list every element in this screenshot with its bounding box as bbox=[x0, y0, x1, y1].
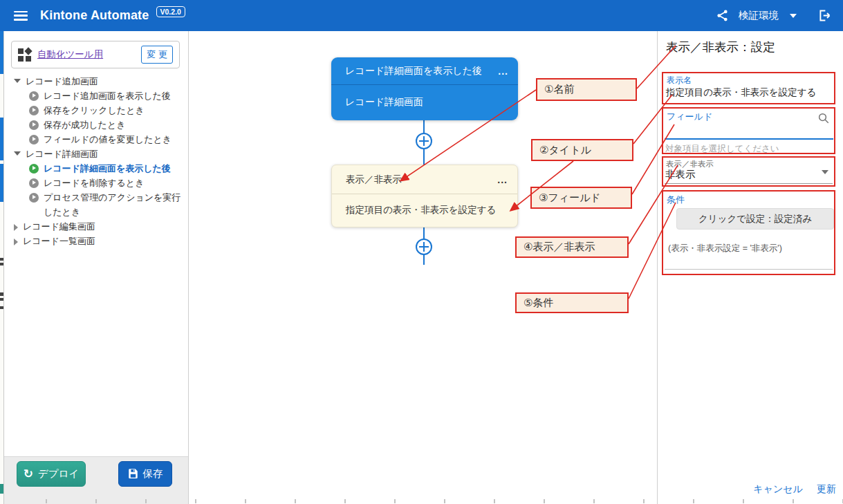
chevron-down-icon[interactable] bbox=[790, 14, 797, 18]
ruler-tick bbox=[693, 499, 694, 503]
ruler-tick bbox=[394, 499, 396, 503]
tree-group-label: レコード詳細画面 bbox=[26, 147, 98, 161]
chevron-down-icon[interactable] bbox=[822, 170, 828, 174]
field-search-input[interactable] bbox=[665, 122, 833, 140]
environment-selector[interactable]: 検証環境 bbox=[739, 9, 779, 22]
display-name-value[interactable]: 指定項目の表示・非表示を設定する bbox=[666, 86, 816, 99]
tree-item-selected[interactable]: レコード詳細画面を表示した後 bbox=[4, 161, 188, 176]
save-button[interactable]: 保存 bbox=[118, 461, 172, 487]
logout-icon[interactable] bbox=[817, 8, 832, 23]
play-icon bbox=[29, 120, 39, 130]
ruler-tick bbox=[793, 499, 794, 503]
tree-item-label: フィールドの値を変更したとき bbox=[44, 132, 172, 147]
play-icon bbox=[29, 135, 39, 144]
annotation-condition: ⑤条件 bbox=[515, 292, 629, 313]
sidebar-footer: ↻ デプロイ 保存 bbox=[4, 456, 188, 504]
field-label: フィールド bbox=[667, 111, 712, 123]
annotation-visibility: ④表示／非表示 bbox=[515, 236, 629, 258]
trigger-node-title: レコード詳細画面を表示した後 bbox=[345, 65, 482, 77]
display-name-label: 表示名 bbox=[667, 75, 692, 86]
settings-panel: 表示／非表示：設定 表示名 指定項目の表示・非表示を設定する フィールド 対象項… bbox=[657, 31, 843, 504]
condition-setting-button[interactable]: クリックで設定：設定済み bbox=[676, 208, 834, 230]
ruler-tick bbox=[245, 499, 246, 503]
play-icon bbox=[29, 106, 39, 115]
annotation-title: ②タイトル bbox=[531, 139, 633, 161]
ruler-tick bbox=[643, 499, 645, 503]
tree-item[interactable]: フィールドの値を変更したとき bbox=[4, 132, 188, 147]
tree-item-label: レコード追加画面を表示した後 bbox=[44, 88, 171, 103]
visibility-select[interactable]: 表示／非表示 非表示 bbox=[662, 156, 835, 187]
action-node-title: 表示／非表示 bbox=[346, 174, 402, 186]
hamburger-menu-icon[interactable] bbox=[14, 11, 28, 21]
tree-item[interactable]: レコードを削除するとき bbox=[4, 176, 188, 190]
field-helper-text: 対象項目を選択してください bbox=[665, 143, 779, 155]
ruler-tick bbox=[195, 499, 196, 503]
caret-down-icon bbox=[14, 79, 21, 83]
action-node[interactable]: 表示／非表示 ... 指定項目の表示・非表示を設定する bbox=[331, 165, 518, 227]
tree-item[interactable]: レコード追加画面を表示した後 bbox=[4, 88, 188, 103]
display-name-field: 表示名 指定項目の表示・非表示を設定する bbox=[662, 72, 835, 104]
minimap-strip bbox=[0, 31, 4, 504]
condition-field: 条件 クリックで設定：設定済み (表示・非表示設定 = '非表示') bbox=[662, 190, 835, 275]
play-icon bbox=[29, 193, 39, 203]
app-icon bbox=[18, 48, 31, 62]
change-app-button[interactable]: 変 更 bbox=[141, 46, 173, 64]
select-underline bbox=[665, 183, 833, 184]
annotation-name: ①名前 bbox=[536, 78, 637, 101]
tree-group[interactable]: レコード追加画面 bbox=[4, 74, 188, 88]
panel-actions: キャンセル 更新 bbox=[753, 483, 836, 496]
ruler-tick bbox=[344, 499, 346, 503]
play-icon bbox=[29, 164, 39, 174]
app-link[interactable]: 自動化ツール用 bbox=[37, 48, 103, 61]
ruler-tick bbox=[444, 499, 445, 503]
add-step-button[interactable] bbox=[416, 133, 432, 149]
trigger-node-subtitle: レコード詳細画面 bbox=[345, 96, 423, 109]
field-selector: フィールド 対象項目を選択してください bbox=[662, 107, 835, 154]
tree-item[interactable]: 保存をクリックしたとき bbox=[4, 103, 188, 118]
tree-group[interactable]: レコード編集画面 bbox=[4, 219, 188, 234]
tree-item[interactable]: プロセス管理のアクションを実行したとき bbox=[4, 190, 188, 219]
ruler-tick bbox=[145, 499, 147, 503]
tree-item-label: レコード詳細画面を表示した後 bbox=[44, 161, 171, 176]
tree-item-label: 保存をクリックしたとき bbox=[44, 103, 145, 118]
tree-group-label: レコード編集画面 bbox=[23, 219, 95, 234]
ruler-tick bbox=[494, 499, 495, 503]
play-icon bbox=[29, 91, 39, 101]
deploy-button[interactable]: ↻ デプロイ bbox=[17, 461, 86, 487]
annotation-field: ③フィールド bbox=[530, 187, 632, 209]
caret-right-icon bbox=[14, 239, 18, 245]
app-title: Kintone Automate bbox=[40, 8, 149, 23]
caret-right-icon bbox=[14, 224, 18, 231]
trigger-node[interactable]: レコード詳細画面を表示した後 ... レコード詳細画面 bbox=[331, 57, 518, 120]
update-button[interactable]: 更新 bbox=[817, 483, 836, 496]
tree-group[interactable]: レコード詳細画面 bbox=[4, 147, 188, 161]
app-window: Kintone Automate V0.2.0 検証環境 bbox=[0, 0, 843, 504]
ruler-tick bbox=[544, 499, 545, 503]
add-step-button[interactable] bbox=[416, 239, 432, 255]
condition-label: 条件 bbox=[667, 194, 685, 206]
app-selector-box: 自動化ツール用 変 更 bbox=[11, 41, 180, 68]
bottom-ruler-ticks bbox=[0, 498, 843, 504]
play-icon bbox=[29, 178, 39, 188]
event-tree: レコード追加画面 レコード追加画面を表示した後 保存をクリックしたとき 保存が成… bbox=[4, 74, 188, 248]
tree-item[interactable]: 保存が成功したとき bbox=[4, 118, 188, 132]
deploy-button-label: デプロイ bbox=[38, 467, 79, 480]
node-menu-icon[interactable]: ... bbox=[498, 66, 508, 77]
visibility-value: 非表示 bbox=[665, 168, 696, 181]
action-node-subtitle: 指定項目の表示・非表示を設定する bbox=[346, 204, 496, 216]
share-icon[interactable] bbox=[716, 9, 729, 22]
refresh-icon: ↻ bbox=[24, 468, 33, 480]
ruler-tick bbox=[743, 499, 744, 503]
tree-item-label: レコードを削除するとき bbox=[44, 176, 144, 190]
node-menu-icon[interactable]: ... bbox=[497, 174, 508, 185]
tree-group[interactable]: レコード一覧画面 bbox=[4, 234, 188, 248]
cancel-button[interactable]: キャンセル bbox=[753, 483, 803, 496]
ruler-tick bbox=[295, 499, 296, 503]
condition-expression: (表示・非表示設定 = '非表示') bbox=[668, 243, 782, 254]
caret-down-icon bbox=[14, 151, 21, 156]
floppy-icon bbox=[128, 468, 138, 480]
tree-item-label: プロセス管理のアクションを実行したとき bbox=[44, 190, 184, 219]
ruler-tick bbox=[593, 499, 595, 503]
panel-title: 表示／非表示：設定 bbox=[666, 39, 775, 55]
version-badge: V0.2.0 bbox=[156, 6, 185, 17]
